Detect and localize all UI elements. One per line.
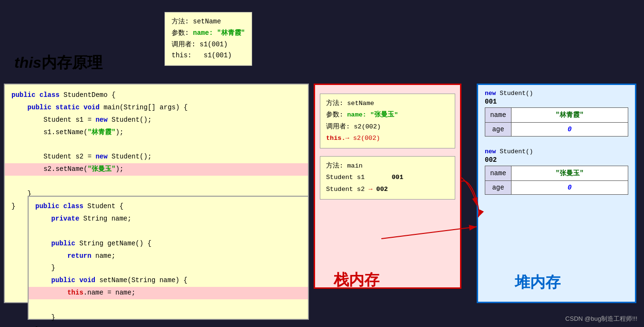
- title-this: this: [14, 54, 41, 71]
- heap-obj1-name-value: "林青霞": [511, 108, 628, 123]
- heap-obj2-name-label: name: [485, 166, 511, 181]
- heap-obj2-title: new Student(): [485, 148, 628, 155]
- stack-caller-label: 调用者:: [326, 123, 350, 130]
- heap-label: 堆内存: [515, 272, 561, 293]
- code-panel-student: public class Student { private String na…: [28, 196, 309, 320]
- stack-frame-setname: 方法: setName 参数: name: "张曼玉" 调用者: s2(002)…: [320, 94, 455, 148]
- stack-caller-value: s2(002): [354, 123, 381, 130]
- tooltip-this-value: s1(001): [204, 52, 232, 59]
- tooltip-box: 方法: setName 参数: name: "林青霞" 调用者: s1(001)…: [164, 12, 252, 66]
- heap-obj1-table: name "林青霞" age 0: [485, 107, 628, 137]
- stack-s1-label: Student s1: [326, 174, 365, 181]
- heap-object-001: new Student() 001 name "林青霞" age 0: [485, 90, 628, 137]
- heap-obj2-id: 002: [485, 156, 628, 164]
- tooltip-param-label: 参数:: [172, 29, 189, 37]
- tooltip-caller-label: 调用者:: [172, 41, 195, 48]
- stack-param-value: name: "张曼玉": [347, 111, 398, 118]
- stack-param-label: 参数:: [326, 111, 343, 118]
- heap-obj1-age-label: age: [485, 123, 511, 137]
- stack-frame-main: 方法: main Student s1 001 Student s2 → 002: [320, 156, 455, 200]
- heap-panel: new Student() 001 name "林青霞" age 0 new S…: [477, 84, 636, 303]
- stack-s2-label: Student s2: [326, 186, 365, 193]
- page-title: this内存原理: [14, 53, 102, 74]
- tooltip-this-label: this:: [172, 52, 192, 59]
- stack-method-label: 方法:: [326, 100, 343, 107]
- heap-object-002: new Student() 002 name "张曼玉" age 0: [485, 148, 628, 195]
- tooltip-caller-value: s1(001): [200, 41, 228, 48]
- stack-label: 栈内存: [334, 270, 379, 291]
- stack-s2-value: 002: [376, 186, 388, 193]
- title-rest: 内存原理: [41, 54, 102, 71]
- main-container: this内存原理 方法: setName 参数: name: "林青霞" 调用者…: [0, 0, 644, 327]
- stack-this-label: this.: [326, 135, 346, 142]
- stack-main-label: 方法: main: [326, 162, 363, 169]
- stack-method-value: setName: [347, 100, 374, 107]
- tooltip-param-value: name: "林青霞": [193, 29, 245, 37]
- heap-obj1-title: new Student(): [485, 90, 628, 97]
- stack-panel: 方法: setName 参数: name: "张曼玉" 调用者: s2(002)…: [314, 84, 461, 289]
- heap-obj2-table: name "张曼玉" age 0: [485, 166, 628, 195]
- tooltip-method-value: setName: [193, 18, 221, 25]
- stack-s1-value: 001: [392, 174, 403, 181]
- heap-obj1-age-value: 0: [511, 123, 628, 137]
- tooltip-method-label: 方法:: [172, 18, 189, 25]
- watermark: CSDN @bug制造工程师!!!: [565, 315, 637, 323]
- heap-obj2-name-value: "张曼玉": [511, 166, 628, 181]
- heap-obj1-id: 001: [485, 98, 628, 105]
- heap-obj2-age-value: 0: [511, 181, 628, 195]
- heap-obj1-name-label: name: [485, 108, 511, 123]
- heap-obj2-age-label: age: [485, 181, 511, 195]
